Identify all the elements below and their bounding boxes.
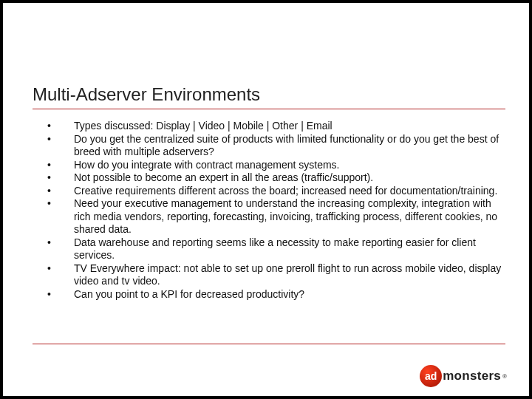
bullet-dot: •: [33, 288, 74, 301]
list-item: • Data warehouse and reporting seems lik…: [33, 236, 505, 262]
bullet-dot: •: [33, 197, 74, 236]
bullet-dot: •: [33, 185, 74, 198]
bullet-dot: •: [33, 262, 74, 288]
list-item: • Need your executive management to unde…: [33, 197, 505, 236]
logo-ad-badge: ad: [420, 365, 442, 387]
list-item: • Creative requirements different across…: [33, 185, 505, 198]
divider-top: [33, 109, 505, 109]
bullet-dot: •: [33, 120, 74, 133]
logo-trademark: ®: [502, 373, 507, 380]
list-item: • How do you integrate with contract man…: [33, 159, 505, 172]
bullet-dot: •: [33, 159, 74, 172]
admonsters-logo: ad monsters ®: [420, 365, 507, 387]
bullet-dot: •: [33, 133, 74, 159]
bullet-dot: •: [33, 171, 74, 185]
list-item-text: Not possible to become an expert in all …: [74, 171, 505, 185]
list-item-text: TV Everywhere impact: not able to set up…: [74, 262, 505, 288]
divider-bottom: [33, 344, 505, 344]
list-item-text: Types discussed: Display | Video | Mobil…: [74, 120, 505, 133]
list-item-text: Can you point to a KPI for decreased pro…: [74, 288, 505, 301]
list-item: • Can you point to a KPI for decreased p…: [33, 288, 505, 301]
slide-title: Multi-Adserver Environments: [33, 84, 260, 105]
list-item-text: Do you get the centralized suite of prod…: [74, 133, 505, 159]
list-item: • TV Everywhere impact: not able to set …: [33, 262, 505, 288]
list-item: • Not possible to become an expert in al…: [33, 171, 505, 185]
list-item-text: Need your executive management to unders…: [74, 197, 505, 236]
list-item-text: How do you integrate with contract manag…: [74, 159, 505, 172]
list-item: • Types discussed: Display | Video | Mob…: [33, 120, 505, 133]
bullet-dot: •: [33, 236, 74, 262]
logo-monsters-text: monsters: [443, 369, 501, 383]
list-item-text: Creative requirements different across t…: [74, 185, 505, 198]
list-item-text: Data warehouse and reporting seems like …: [74, 236, 505, 262]
list-item: • Do you get the centralized suite of pr…: [33, 133, 505, 159]
bullet-list: • Types discussed: Display | Video | Mob…: [33, 120, 505, 301]
slide: Multi-Adserver Environments • Types disc…: [3, 3, 529, 396]
